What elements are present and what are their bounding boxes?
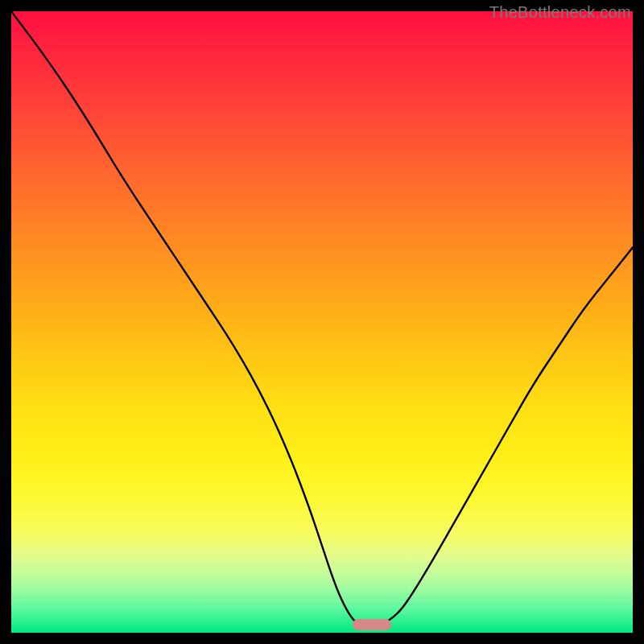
chart-plot-area <box>11 11 633 633</box>
right-curve <box>384 247 633 623</box>
attribution-text: TheBottleneck.com <box>489 3 631 22</box>
bottleneck-marker <box>353 619 391 630</box>
curve-layer <box>11 11 633 633</box>
left-curve <box>11 11 359 623</box>
